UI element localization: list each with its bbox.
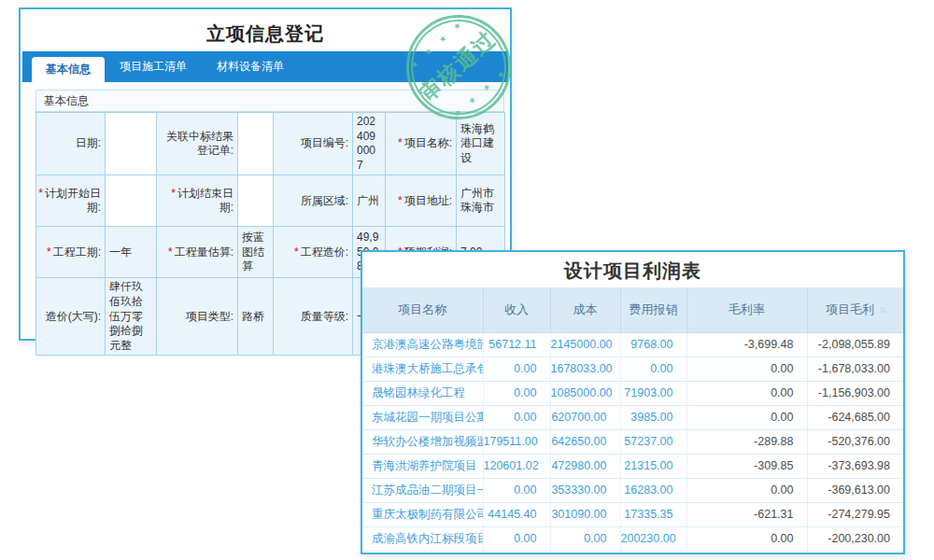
date-input[interactable] xyxy=(106,113,157,175)
project-duration-value[interactable]: 一年 xyxy=(106,227,157,278)
income-cell[interactable]: 0.00 xyxy=(483,381,550,405)
margin-cell: -621.31 xyxy=(686,502,807,526)
expense-cell[interactable]: 17335.35 xyxy=(620,502,686,526)
margin-cell: 0.00 xyxy=(686,405,807,429)
project-name-link[interactable]: 成渝高铁内江标段项目 xyxy=(362,526,483,551)
field-label-project-number: 项目编号: xyxy=(274,113,353,175)
margin-cell: -289.88 xyxy=(686,429,807,454)
project-name-link[interactable]: 晟铭园林绿化工程 xyxy=(362,381,483,405)
cost-cell[interactable]: 620700.00 xyxy=(550,405,620,429)
cost-cell[interactable]: 642650.00 xyxy=(550,429,620,454)
cost-cell[interactable]: 472980.00 xyxy=(550,454,620,478)
project-name-value[interactable]: 珠海鹤港口建设 xyxy=(457,113,505,175)
expense-cell[interactable]: 57237.00 xyxy=(620,429,686,454)
registration-tabbar: 基本信息 项目施工清单 材料设备清单 xyxy=(22,51,508,82)
project-name-link[interactable]: 青海洪湖养护院项目 xyxy=(362,454,483,478)
income-cell[interactable]: 0.00 xyxy=(483,357,550,381)
sort-icon[interactable]: ↑↓ xyxy=(879,304,884,315)
planned-start-date-input[interactable] xyxy=(106,175,157,227)
gross-profit-cell: -200,230.00 xyxy=(807,526,903,551)
income-cell[interactable]: 0.00 xyxy=(483,526,550,551)
column-header-project-name: 项目名称 xyxy=(362,287,483,332)
tab-materials-equipment-list[interactable]: 材料设备清单 xyxy=(202,51,299,82)
section-header-basic-info: 基本信息 xyxy=(35,90,504,112)
income-cell[interactable]: 0.00 xyxy=(483,478,550,502)
table-row: 青海洪湖养护院项目 120601.02 472980.00 21315.00 -… xyxy=(362,454,903,478)
gross-profit-cell: -1,156,903.00 xyxy=(807,381,903,405)
table-row: 港珠澳大桥施工总承包项目 0.00 1678033.00 0.00 0.00 -… xyxy=(362,357,903,381)
required-marker: * xyxy=(398,136,403,149)
income-cell[interactable]: 44145.40 xyxy=(483,502,550,526)
gross-profit-cell: -520,376.00 xyxy=(807,429,903,454)
required-marker: * xyxy=(294,245,299,259)
expense-cell[interactable]: 21315.00 xyxy=(620,454,686,478)
project-type-value[interactable]: 路桥 xyxy=(238,278,274,356)
region-value[interactable]: 广州 xyxy=(353,175,386,227)
quantity-estimate-value[interactable]: 按蓝图结算 xyxy=(238,227,274,278)
field-label-project-cost: *工程造价: xyxy=(274,227,353,278)
field-label-quantity-estimate: *工程量估算: xyxy=(157,227,238,278)
project-name-link[interactable]: 华软办公楼增加视频监控项 xyxy=(362,429,483,454)
income-cell[interactable]: 120601.02 xyxy=(483,454,550,478)
required-marker: * xyxy=(168,245,173,259)
column-header-expense: 费用报销 xyxy=(620,287,686,332)
field-label-project-type: 项目类型: xyxy=(157,278,238,356)
expense-cell[interactable]: 9768.00 xyxy=(620,332,686,357)
margin-cell: 0.00 xyxy=(686,381,807,405)
project-address-value[interactable]: 广州市珠海市 xyxy=(457,175,505,227)
gross-profit-cell: -274,279.95 xyxy=(807,502,903,526)
required-marker: * xyxy=(171,187,176,200)
cost-cell[interactable]: 2145000.00 xyxy=(550,332,620,357)
gross-profit-cell: -373,693.98 xyxy=(807,454,903,478)
expense-cell[interactable]: 0.00 xyxy=(620,357,686,381)
field-label-project-address: *项目地址: xyxy=(386,175,457,227)
project-name-link[interactable]: 港珠澳大桥施工总承包项目 xyxy=(362,357,483,381)
registration-window-title: 立项信息登记 xyxy=(21,21,510,47)
tab-basic-info[interactable]: 基本信息 xyxy=(32,57,105,82)
income-cell[interactable]: 179511.00 xyxy=(483,429,550,454)
table-row: 晟铭园林绿化工程 0.00 1085000.00 71903.00 0.00 -… xyxy=(362,381,903,405)
profit-table: 项目名称 收入 成本 费用报销 毛利率 项目毛利↑↓ 京港澳高速公路粤境韶关至 … xyxy=(362,287,903,552)
field-label-project-duration: *工程工期: xyxy=(36,227,106,278)
form-row: *计划开始日期: *计划结束日期: 所属区域: 广州 *项目地址: 广州市珠海市 xyxy=(36,175,505,227)
gross-profit-cell: -369,613.00 xyxy=(807,478,903,502)
table-row: 华软办公楼增加视频监控项 179511.00 642650.00 57237.0… xyxy=(362,429,903,454)
cost-cell[interactable]: 353330.00 xyxy=(550,478,620,502)
expense-cell[interactable]: 71903.00 xyxy=(620,381,686,405)
gross-profit-cell: -2,098,055.89 xyxy=(807,332,903,357)
margin-cell: 0.00 xyxy=(686,526,807,551)
expense-cell[interactable]: 16283.00 xyxy=(620,478,686,502)
table-row: 成渝高铁内江标段项目 0.00 0.00 200230.00 0.00 -200… xyxy=(362,526,903,551)
cost-cell[interactable]: 1085000.00 xyxy=(550,381,620,405)
project-name-link[interactable]: 京港澳高速公路粤境韶关至 xyxy=(362,332,483,357)
column-header-cost: 成本 xyxy=(550,287,620,332)
field-label-quality-grade: 质量等级: xyxy=(274,278,353,356)
project-name-link[interactable]: 东城花园一期项目公寓大堂 xyxy=(362,405,483,429)
cost-cell[interactable]: 1678033.00 xyxy=(550,357,620,381)
field-label-region: 所属区域: xyxy=(274,175,353,227)
field-label-project-name: *项目名称: xyxy=(386,113,457,175)
tab-construction-list[interactable]: 项目施工清单 xyxy=(105,51,202,82)
gross-profit-cell: -624,685.00 xyxy=(807,405,903,429)
cost-cell[interactable]: 0.00 xyxy=(550,526,620,551)
cost-cell[interactable]: 301090.00 xyxy=(550,502,620,526)
required-marker: * xyxy=(38,187,43,200)
gross-profit-cell: -1,678,033.00 xyxy=(807,357,903,381)
cost-in-words-value[interactable]: 肆仟玖佰玖拾伍万零捌拾捌元整 xyxy=(106,278,157,356)
expense-cell[interactable]: 200230.00 xyxy=(620,526,686,551)
income-cell[interactable]: 0.00 xyxy=(483,405,550,429)
expense-cell[interactable]: 3985.00 xyxy=(620,405,686,429)
field-label-linked-bid-result: 关联中标结果登记单: xyxy=(157,113,238,175)
field-label-planned-end-date: *计划结束日期: xyxy=(157,175,238,227)
table-row: 东城花园一期项目公寓大堂 0.00 620700.00 3985.00 0.00… xyxy=(362,405,903,429)
planned-end-date-input[interactable] xyxy=(238,175,274,227)
column-header-margin: 毛利率 xyxy=(686,287,807,332)
form-row: 日期: 关联中标结果登记单: 项目编号: 2024090007 *项目名称: 珠… xyxy=(36,113,505,175)
linked-bid-result-input[interactable] xyxy=(238,113,274,175)
profit-table-window: 设计项目利润表 项目名称 收入 成本 费用报销 毛利率 项目毛利↑↓ 京港澳高速… xyxy=(361,250,905,554)
project-name-link[interactable]: 江苏成品油二期项目一标段 xyxy=(362,478,483,502)
income-cell[interactable]: 56712.11 xyxy=(483,332,550,357)
project-name-link[interactable]: 重庆太极制药有限公司亳州 xyxy=(362,502,483,526)
column-header-gross-profit[interactable]: 项目毛利↑↓ xyxy=(807,287,903,332)
project-number-value[interactable]: 2024090007 xyxy=(353,113,386,175)
